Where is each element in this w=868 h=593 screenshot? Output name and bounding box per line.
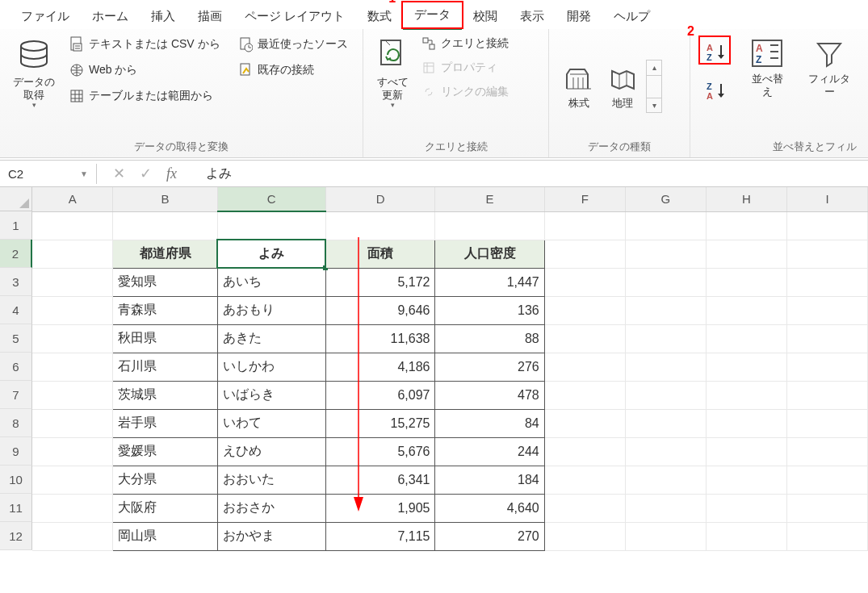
cell[interactable]: 270 — [435, 522, 544, 550]
row-header[interactable]: 12 — [0, 522, 32, 550]
cell[interactable]: おかやま — [217, 522, 325, 550]
select-all-corner[interactable] — [0, 187, 32, 211]
data-types-scroller[interactable]: ▴ ▾ — [646, 60, 662, 113]
row-header[interactable]: 5 — [0, 324, 32, 353]
cell[interactable] — [32, 268, 113, 296]
sort-descending-button[interactable]: Z A — [702, 77, 736, 105]
cell[interactable] — [32, 324, 113, 353]
cell[interactable] — [544, 437, 625, 466]
formula-input[interactable]: よみ — [193, 162, 245, 186]
cell[interactable] — [544, 268, 625, 296]
cell[interactable]: 478 — [435, 381, 544, 409]
cell[interactable] — [706, 353, 786, 381]
cell[interactable]: 244 — [435, 437, 544, 466]
cell[interactable]: 青森県 — [113, 296, 217, 324]
cell[interactable]: 136 — [435, 296, 544, 324]
cell[interactable]: あおもり — [217, 296, 325, 324]
scroll-up-icon[interactable]: ▴ — [647, 61, 661, 75]
cell[interactable] — [544, 494, 625, 522]
cell[interactable] — [113, 211, 217, 240]
cell[interactable] — [786, 211, 867, 240]
cell[interactable] — [32, 353, 113, 381]
cell[interactable]: 184 — [435, 466, 544, 494]
col-header[interactable]: G — [625, 187, 706, 211]
cell[interactable] — [544, 240, 625, 268]
cell[interactable]: おおさか — [217, 494, 325, 522]
cell[interactable]: 愛媛県 — [113, 437, 217, 466]
sort-ascending-button[interactable]: A Z — [702, 39, 736, 66]
cell[interactable]: おおいた — [217, 466, 325, 494]
tab-データ[interactable]: データ1 — [403, 2, 462, 30]
tab-ファイル[interactable]: ファイル — [10, 4, 81, 29]
cell[interactable]: 大阪府 — [113, 494, 217, 522]
cell[interactable] — [625, 522, 706, 550]
row-header[interactable]: 3 — [0, 268, 32, 296]
cell[interactable] — [625, 494, 706, 522]
cell[interactable] — [32, 522, 113, 550]
cell[interactable]: 5,172 — [325, 268, 435, 296]
cell[interactable]: 1,447 — [435, 268, 544, 296]
cancel-x-icon[interactable]: ✕ — [113, 165, 125, 182]
cell[interactable]: 面積 — [325, 240, 435, 268]
cell[interactable] — [706, 268, 786, 296]
cell[interactable] — [706, 494, 786, 522]
existing-connections-button[interactable]: 既存の接続 — [235, 60, 351, 81]
queries-connections-button[interactable]: クエリと接続 — [418, 34, 512, 53]
row-header[interactable]: 11 — [0, 494, 32, 522]
get-data-button[interactable]: データの 取得 ▾ — [8, 34, 60, 113]
cell[interactable] — [544, 211, 625, 240]
cell[interactable] — [786, 353, 867, 381]
cell[interactable]: 7,115 — [325, 522, 435, 550]
cell[interactable]: いばらき — [217, 381, 325, 409]
cell[interactable] — [32, 296, 113, 324]
cell[interactable] — [786, 522, 867, 550]
cell[interactable] — [32, 211, 113, 240]
col-header[interactable]: I — [786, 187, 867, 211]
cell[interactable] — [544, 324, 625, 353]
row-header[interactable]: 1 — [0, 211, 32, 240]
cell[interactable]: 人口密度 — [435, 240, 544, 268]
cell[interactable] — [706, 437, 786, 466]
cell[interactable] — [32, 494, 113, 522]
name-box-down-icon[interactable]: ▼ — [80, 169, 88, 178]
name-box[interactable]: C2 ▼ — [0, 164, 97, 184]
cell[interactable] — [786, 494, 867, 522]
cell[interactable] — [625, 324, 706, 353]
tab-開発[interactable]: 開発 — [556, 4, 602, 29]
tab-描画[interactable]: 描画 — [187, 4, 233, 29]
col-header[interactable]: F — [544, 187, 625, 211]
cell[interactable] — [625, 437, 706, 466]
cell[interactable] — [786, 296, 867, 324]
cell[interactable] — [544, 522, 625, 550]
cell[interactable] — [786, 240, 867, 268]
cell[interactable]: 84 — [435, 409, 544, 437]
cell[interactable] — [544, 409, 625, 437]
cell[interactable] — [32, 381, 113, 409]
cell[interactable] — [706, 522, 786, 550]
fx-icon[interactable]: fx — [166, 165, 177, 182]
cell[interactable] — [706, 240, 786, 268]
tab-表示[interactable]: 表示 — [509, 4, 556, 29]
from-table-button[interactable]: テーブルまたは範囲から — [66, 86, 224, 106]
row-header[interactable]: 10 — [0, 466, 32, 494]
cell[interactable] — [786, 324, 867, 353]
cell[interactable] — [706, 324, 786, 353]
cell[interactable]: 茨城県 — [113, 381, 217, 409]
cell[interactable] — [786, 409, 867, 437]
sort-dialog-button[interactable]: A Z 並べ替え — [742, 34, 793, 101]
row-header[interactable]: 8 — [0, 409, 32, 437]
grid[interactable]: ABCDEFGHI 都道府県よみ面積人口密度愛知県あいち5,1721,447青森… — [32, 187, 868, 551]
cell[interactable]: 愛知県 — [113, 268, 217, 296]
cell[interactable] — [325, 211, 435, 240]
cell[interactable]: 秋田県 — [113, 324, 217, 353]
cell[interactable]: えひめ — [217, 437, 325, 466]
cell[interactable] — [706, 381, 786, 409]
row-header[interactable]: 9 — [0, 437, 32, 466]
cell[interactable] — [625, 381, 706, 409]
cell[interactable]: 276 — [435, 353, 544, 381]
cell[interactable]: 5,676 — [325, 437, 435, 466]
cell[interactable] — [625, 353, 706, 381]
cell[interactable] — [786, 437, 867, 466]
cell[interactable]: 4,186 — [325, 353, 435, 381]
cell[interactable]: 88 — [435, 324, 544, 353]
